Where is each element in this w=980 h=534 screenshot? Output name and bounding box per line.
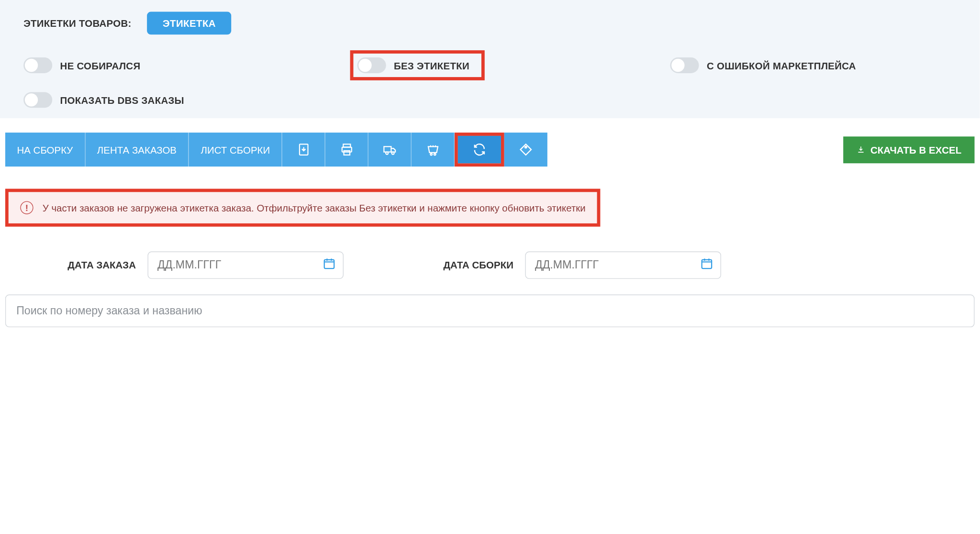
download-excel-label: СКАЧАТЬ В EXCEL bbox=[870, 144, 961, 155]
toggle-switch[interactable] bbox=[23, 57, 52, 73]
cart-icon[interactable] bbox=[412, 133, 455, 167]
toggle-label: ПОКАЗАТЬ DBS ЗАКАЗЫ bbox=[60, 94, 184, 105]
warning-icon: ! bbox=[20, 201, 33, 214]
toggle-not-assembled[interactable]: НЕ СОБИРАЛСЯ bbox=[23, 57, 311, 73]
order-date-block: ДАТА ЗАКАЗА bbox=[5, 252, 344, 279]
refresh-icon[interactable] bbox=[458, 136, 501, 163]
assembly-date-block: ДАТА СБОРКИ bbox=[383, 252, 721, 279]
calendar-icon[interactable] bbox=[323, 257, 335, 273]
toggle-marketplace-error[interactable]: С ОШИБКОЙ МАРКЕТПЛЕЙСА bbox=[670, 57, 856, 73]
product-labels-title: ЭТИКЕТКИ ТОВАРОВ: bbox=[23, 18, 131, 29]
truck-icon[interactable] bbox=[368, 133, 412, 167]
svg-rect-11 bbox=[702, 260, 712, 268]
table-controls: СТОЛБЦЫ СКРЫТЬ ФИЛЬТРЫ ВЕРНУТЬ ПОРЯДОК С… bbox=[0, 327, 980, 344]
print-icon[interactable] bbox=[325, 133, 368, 167]
order-date-label: ДАТА ЗАКАЗА bbox=[5, 258, 136, 272]
search-input[interactable] bbox=[5, 295, 975, 327]
svg-rect-3 bbox=[344, 151, 350, 155]
to-assembly-button[interactable]: НА СБОРКУ bbox=[5, 133, 85, 167]
toggle-show-dbs[interactable]: ПОКАЗАТЬ DBS ЗАКАЗЫ bbox=[23, 92, 184, 108]
assembly-sheet-button[interactable]: ЛИСТ СБОРКИ bbox=[189, 133, 282, 167]
date-filters: ДАТА ЗАКАЗА ДАТА СБОРКИ bbox=[0, 227, 980, 279]
svg-rect-10 bbox=[324, 260, 334, 268]
highlight-frame-no-label: БЕЗ ЭТИКЕТКИ bbox=[350, 50, 485, 80]
assembly-date-input[interactable] bbox=[525, 252, 721, 279]
highlight-frame-alert: ! У части заказов не загружена этикетка … bbox=[5, 189, 601, 226]
toggle-label: БЕЗ ЭТИКЕТКИ bbox=[394, 60, 469, 71]
toggle-label: НЕ СОБИРАЛСЯ bbox=[60, 60, 141, 71]
assembly-date-label: ДАТА СБОРКИ bbox=[383, 258, 513, 272]
highlight-frame-refresh bbox=[455, 133, 505, 167]
top-filter-panel: ЭТИКЕТКИ ТОВАРОВ: ЭТИКЕТКА НЕ СОБИРАЛСЯ … bbox=[0, 0, 980, 118]
alert-row: ! У части заказов не загружена этикетка … bbox=[5, 189, 975, 226]
svg-point-7 bbox=[430, 154, 432, 156]
svg-rect-4 bbox=[384, 146, 391, 152]
svg-point-6 bbox=[391, 152, 394, 155]
svg-point-8 bbox=[434, 154, 436, 156]
order-date-input[interactable] bbox=[147, 252, 344, 279]
toggle-switch[interactable] bbox=[357, 57, 386, 73]
svg-point-5 bbox=[386, 152, 388, 155]
toolbar: НА СБОРКУ ЛЕНТА ЗАКАЗОВ ЛИСТ СБОРКИ СКАЧ… bbox=[0, 118, 980, 170]
toggle-label: С ОШИБКОЙ МАРКЕТПЛЕЙСА bbox=[707, 60, 856, 71]
button-strip: НА СБОРКУ ЛЕНТА ЗАКАЗОВ ЛИСТ СБОРКИ bbox=[5, 133, 547, 167]
calendar-icon[interactable] bbox=[700, 257, 713, 273]
tag-icon[interactable] bbox=[504, 133, 547, 167]
alert-text: У части заказов не загружена этикетка за… bbox=[43, 202, 586, 213]
download-excel-button[interactable]: СКАЧАТЬ В EXCEL bbox=[843, 136, 975, 163]
search-row bbox=[0, 279, 980, 327]
toggle-switch[interactable] bbox=[23, 92, 52, 108]
order-feed-button[interactable]: ЛЕНТА ЗАКАЗОВ bbox=[85, 133, 189, 167]
document-download-icon[interactable] bbox=[282, 133, 325, 167]
download-icon bbox=[856, 145, 865, 154]
label-button[interactable]: ЭТИКЕТКА bbox=[147, 12, 232, 35]
toggle-switch[interactable] bbox=[670, 57, 699, 73]
svg-point-9 bbox=[525, 146, 527, 148]
alert-banner: ! У части заказов не загружена этикетка … bbox=[9, 192, 598, 223]
